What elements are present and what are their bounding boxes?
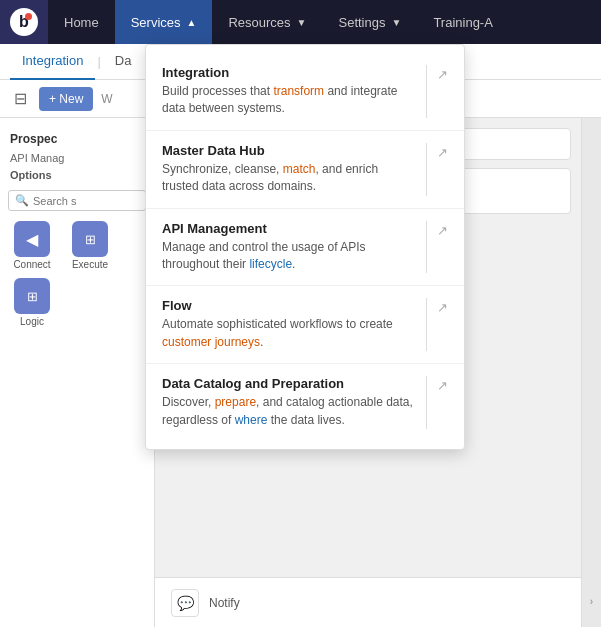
execute-icon: ⊞ (72, 221, 108, 257)
right-panel[interactable]: › (581, 118, 601, 627)
highlight-customer-journeys: customer journeys (162, 335, 260, 349)
dropdown-item-integration-desc: Build processes that transform and integ… (162, 83, 416, 118)
nav-home[interactable]: Home (48, 0, 115, 44)
nav-logo[interactable]: b (0, 0, 48, 44)
highlight-where: where (235, 413, 268, 427)
new-button[interactable]: + New (39, 87, 93, 111)
dropdown-divider-1 (426, 65, 427, 118)
sidebar-options-label: Options (0, 166, 154, 184)
dropdown-item-api-content: API Management Manage and control the us… (162, 221, 416, 274)
dropdown-item-flow-title: Flow (162, 298, 416, 313)
dropdown-divider-3 (426, 221, 427, 274)
dropdown-item-mdh-content: Master Data Hub Synchronize, cleanse, ma… (162, 143, 416, 196)
sidebar-icons-row2: ⊞ Logic (0, 274, 154, 331)
dropdown-divider-2 (426, 143, 427, 196)
logic-icon-item[interactable]: ⊞ Logic (6, 278, 58, 327)
sidebar-sub-label: API Manag (0, 150, 154, 166)
nav-resources[interactable]: Resources ▼ (212, 0, 322, 44)
highlight-prepare: prepare (215, 395, 256, 409)
dropdown-item-dcp-desc: Discover, prepare, and catalog actionabl… (162, 394, 416, 429)
dropdown-item-api-title: API Management (162, 221, 416, 236)
execute-icon-item[interactable]: ⊞ Execute (64, 221, 116, 270)
execute-label: Execute (72, 259, 108, 270)
sidebar-search-box[interactable]: 🔍 (8, 190, 146, 211)
logic-icon: ⊞ (14, 278, 50, 314)
logo-circle: b (10, 8, 38, 36)
dropdown-item-mdh-desc: Synchronize, cleanse, match, and enrich … (162, 161, 416, 196)
notify-label: Notify (209, 596, 240, 610)
dropdown-item-api-desc: Manage and control the usage of APIs thr… (162, 239, 416, 274)
top-nav: b Home Services ▲ Resources ▼ Settings ▼… (0, 0, 601, 44)
highlight-lifecycle: lifecycle (249, 257, 292, 271)
logic-label: Logic (20, 316, 44, 327)
dropdown-item-data-catalog[interactable]: Data Catalog and Preparation Discover, p… (146, 364, 464, 441)
tab-da[interactable]: Da (103, 44, 144, 80)
sidebar-icons-row: ◀ Connect ⊞ Execute (0, 217, 154, 274)
toolbar-w-text: W (101, 92, 112, 106)
sidebar: Prospec API Manag Options 🔍 ◀ Connect ⊞ … (0, 118, 155, 627)
settings-arrow-icon: ▼ (391, 17, 401, 28)
external-link-icon-5[interactable]: ↗ (437, 378, 448, 393)
search-icon: 🔍 (15, 194, 29, 207)
external-link-icon-1[interactable]: ↗ (437, 67, 448, 82)
logo-dot (25, 13, 32, 20)
notify-icon[interactable]: 💬 (171, 589, 199, 617)
dropdown-divider-5 (426, 376, 427, 429)
connect-icon: ◀ (14, 221, 50, 257)
highlight-transform: transform (273, 84, 324, 98)
dropdown-item-integration-title: Integration (162, 65, 416, 80)
dropdown-item-integration[interactable]: Integration Build processes that transfo… (146, 53, 464, 131)
dropdown-item-mdh-title: Master Data Hub (162, 143, 416, 158)
resources-arrow-icon: ▼ (297, 17, 307, 28)
nav-services[interactable]: Services ▲ (115, 0, 213, 44)
external-link-icon-3[interactable]: ↗ (437, 223, 448, 238)
sidebar-section-title: Prospec (0, 126, 154, 150)
dropdown-item-flow-content: Flow Automate sophisticated workflows to… (162, 298, 416, 351)
highlight-match: match (283, 162, 316, 176)
external-link-icon-2[interactable]: ↗ (437, 145, 448, 160)
services-arrow-icon: ▲ (187, 17, 197, 28)
dropdown-item-dcp-content: Data Catalog and Preparation Discover, p… (162, 376, 416, 429)
dropdown-divider-4 (426, 298, 427, 351)
dropdown-item-flow[interactable]: Flow Automate sophisticated workflows to… (146, 286, 464, 364)
nav-settings[interactable]: Settings ▼ (323, 0, 418, 44)
search-input[interactable] (33, 195, 139, 207)
nav-training[interactable]: Training-A (417, 0, 508, 44)
connect-icon-item[interactable]: ◀ Connect (6, 221, 58, 270)
services-dropdown: Integration Build processes that transfo… (145, 44, 465, 450)
dropdown-item-api-management[interactable]: API Management Manage and control the us… (146, 209, 464, 287)
dropdown-item-master-data-hub[interactable]: Master Data Hub Synchronize, cleanse, ma… (146, 131, 464, 209)
tab-integration[interactable]: Integration (10, 44, 95, 80)
dropdown-item-flow-desc: Automate sophisticated workflows to crea… (162, 316, 416, 351)
filter-icon[interactable]: ⊟ (10, 85, 31, 112)
dropdown-item-dcp-title: Data Catalog and Preparation (162, 376, 416, 391)
connect-label: Connect (13, 259, 50, 270)
bottom-bar: 💬 Notify (155, 577, 581, 627)
tab-divider: | (95, 54, 102, 69)
right-collapse-icon: › (590, 596, 593, 607)
external-link-icon-4[interactable]: ↗ (437, 300, 448, 315)
dropdown-item-integration-content: Integration Build processes that transfo… (162, 65, 416, 118)
